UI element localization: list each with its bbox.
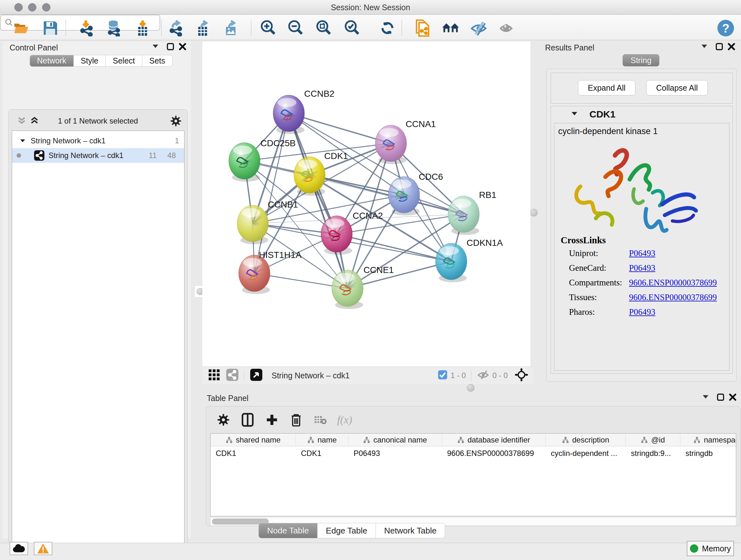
- network-node-cdkn1a[interactable]: CDKN1A: [435, 238, 503, 282]
- network-collection-row[interactable]: String Network – cdk1 1: [12, 133, 184, 148]
- results-panel-collapse-button[interactable]: [701, 44, 708, 50]
- crosslink-link[interactable]: P06493: [629, 307, 656, 317]
- network-collection-label: String Network – cdk1: [30, 136, 106, 145]
- delete-column-button[interactable]: [288, 412, 305, 428]
- network-node-ccne1[interactable]: CCNE1: [332, 265, 394, 309]
- column-header-canonical-name[interactable]: canonical name: [348, 434, 442, 446]
- tab-string[interactable]: String: [623, 54, 659, 66]
- table-panel-collapse-button[interactable]: [702, 395, 709, 400]
- column-header-name[interactable]: name: [296, 434, 348, 446]
- tab-style[interactable]: Style: [74, 55, 106, 67]
- results-panel-float-button[interactable]: [716, 43, 723, 52]
- table-row[interactable]: CDK1CDK1P064939606.ENSP00000378699cyclin…: [211, 446, 736, 460]
- tab-select[interactable]: Select: [106, 55, 142, 67]
- network-node-rb1[interactable]: RB1: [448, 190, 496, 235]
- network-canvas[interactable]: CCNB2CCNA1CDC25BCDK1CDC6RB1CCNB1CCNA2CDK…: [202, 42, 530, 367]
- tab-network[interactable]: Network: [30, 55, 74, 67]
- crosslink-link[interactable]: P06493: [629, 248, 656, 258]
- table-cell[interactable]: stringdb:9...: [626, 446, 680, 460]
- delete-table-button[interactable]: [312, 412, 329, 428]
- tab-node-table[interactable]: Node Table: [259, 523, 318, 538]
- hide-selected-button[interactable]: [470, 19, 488, 37]
- zoom-out-button[interactable]: [286, 19, 305, 37]
- import-table-button[interactable]: [134, 19, 151, 37]
- network-node-ccnb2[interactable]: CCNB2: [273, 89, 334, 134]
- collapse-all-button[interactable]: Collapse All: [646, 80, 708, 96]
- warnings-button[interactable]: [34, 542, 52, 555]
- table-panel-float-button[interactable]: [717, 393, 724, 402]
- results-panel-close-button[interactable]: [728, 43, 735, 52]
- column-header-namespace[interactable]: namespace: [680, 434, 736, 446]
- export-table-button[interactable]: [194, 19, 212, 37]
- import-network-database-button[interactable]: [105, 19, 122, 37]
- column-header-label: name: [318, 435, 337, 444]
- network-edge[interactable]: [337, 234, 451, 261]
- function-builder-button[interactable]: f(x): [336, 412, 353, 428]
- footer-separator: [471, 370, 471, 381]
- string-protein-query-button[interactable]: [414, 19, 431, 37]
- column-header-shared-name[interactable]: shared name: [211, 434, 296, 446]
- crosslink-link[interactable]: 9606.ENSP00000378699: [629, 278, 717, 288]
- fit-content-button[interactable]: [515, 368, 528, 383]
- open-session-button[interactable]: [13, 19, 30, 37]
- delete-table-icon: [314, 415, 327, 425]
- table-cell[interactable]: stringdb: [680, 446, 736, 460]
- import-table-icon: [134, 20, 151, 37]
- tab-edge-table[interactable]: Edge Table: [318, 523, 376, 538]
- control-panel: Control Panel Network Style Select Sets …: [3, 42, 191, 538]
- table-cell[interactable]: CDK1: [296, 446, 348, 460]
- network-node-cdc6[interactable]: CDC6: [388, 172, 443, 215]
- import-network-file-button[interactable]: [77, 19, 95, 37]
- memory-button[interactable]: Memory: [687, 541, 734, 556]
- zoom-in-button[interactable]: [259, 19, 277, 37]
- network-node-hist1h1a[interactable]: HIST1H1A: [239, 250, 301, 294]
- gear-icon: [170, 115, 182, 127]
- control-panel-close-button[interactable]: [179, 43, 186, 52]
- trash-icon: [290, 413, 302, 427]
- network-node-ccna2[interactable]: CCNA2: [321, 211, 383, 255]
- bottom-splitter-handle[interactable]: [467, 384, 475, 392]
- table-cell[interactable]: P06493: [348, 446, 442, 460]
- node-label-ccnb1: CCNB1: [268, 199, 298, 209]
- expand-all-button[interactable]: Expand All: [578, 80, 635, 96]
- birdseye-view-button[interactable]: [250, 368, 263, 382]
- show-all-button[interactable]: [497, 19, 515, 37]
- network-row[interactable]: String Network – cdk1 11 48: [12, 148, 184, 163]
- network-options-button[interactable]: [170, 115, 182, 128]
- tab-sets[interactable]: Sets: [142, 55, 173, 67]
- column-header-database-identifier[interactable]: database identifier: [442, 434, 546, 446]
- table-cell[interactable]: cyclin-dependent ...: [546, 446, 626, 460]
- tab-network-table[interactable]: Network Table: [376, 523, 445, 538]
- column-header-description[interactable]: description: [546, 434, 626, 446]
- help-button[interactable]: ?: [717, 19, 735, 37]
- export-image-button[interactable]: [222, 19, 240, 37]
- save-session-button[interactable]: [42, 19, 59, 37]
- control-panel-tabs: Network Style Select Sets: [30, 55, 173, 67]
- column-header--id[interactable]: @id: [626, 434, 680, 446]
- export-network-button[interactable]: [167, 19, 185, 37]
- zoom-selected-button[interactable]: [343, 19, 361, 37]
- view-mode-button[interactable]: [226, 368, 239, 382]
- select-columns-button[interactable]: [239, 412, 256, 428]
- crosslink-row: GeneCard:P06493: [569, 263, 606, 273]
- hidden-items-button[interactable]: [477, 370, 489, 381]
- gene-collapse-button[interactable]: [571, 111, 578, 117]
- network-edge[interactable]: [347, 261, 451, 288]
- refresh-button[interactable]: [379, 19, 396, 37]
- table-settings-button[interactable]: [215, 412, 232, 428]
- home-button[interactable]: [442, 19, 460, 37]
- add-column-button[interactable]: [264, 412, 280, 428]
- cloud-status-button[interactable]: [10, 542, 28, 555]
- results-panel: Results Panel String Expand All Collapse…: [542, 42, 740, 381]
- table-cell[interactable]: CDK1: [211, 446, 296, 460]
- zoom-fit-button[interactable]: [315, 19, 333, 37]
- control-panel-collapse-button[interactable]: [152, 44, 159, 50]
- selected-nodes-checkbox[interactable]: [438, 370, 448, 381]
- crosslink-link[interactable]: P06493: [629, 263, 656, 273]
- control-panel-float-button[interactable]: [166, 43, 174, 52]
- table-cell[interactable]: 9606.ENSP00000378699: [442, 446, 546, 460]
- network-edge[interactable]: [254, 113, 289, 273]
- show-grid-button[interactable]: [208, 369, 220, 382]
- table-panel-close-button[interactable]: [729, 393, 737, 402]
- crosslink-link[interactable]: 9606.ENSP00000378699: [629, 293, 717, 302]
